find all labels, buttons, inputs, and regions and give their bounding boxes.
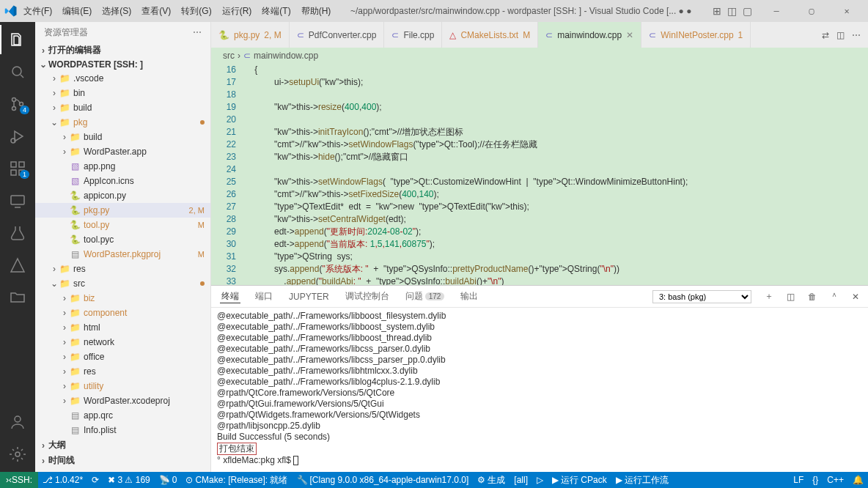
activity-settings[interactable] bbox=[0, 440, 35, 469]
folder-root[interactable]: ⌄WORDPASTER [SSH: ] bbox=[35, 58, 210, 71]
terminal-selector[interactable]: 3: bash (pkg) bbox=[652, 290, 751, 303]
vscode-icon bbox=[4, 4, 18, 18]
window-title: ~/app/wordpaster/src/mainwindow.cpp - wo… bbox=[336, 6, 705, 16]
tree-item[interactable]: ›📁res bbox=[35, 364, 210, 379]
activity-testing[interactable] bbox=[0, 218, 35, 248]
tree-item[interactable]: ›📁.vscode bbox=[35, 71, 210, 86]
tree-item[interactable]: 🐍tool.pyc bbox=[35, 232, 210, 247]
menu-edit[interactable]: 编辑(E) bbox=[58, 0, 96, 22]
activity-scm[interactable]: 4 bbox=[0, 89, 35, 119]
tree-item[interactable]: ›📁html bbox=[35, 320, 210, 335]
menu-view[interactable]: 查看(V) bbox=[137, 0, 175, 22]
menu-file[interactable]: 文件(F) bbox=[19, 0, 56, 22]
panel-tab-ports[interactable]: 端口 bbox=[254, 290, 274, 303]
status-run-workflow[interactable]: ▶ 运行工作流 bbox=[611, 474, 673, 487]
status-target[interactable]: [all] bbox=[510, 475, 532, 485]
panel-tab-terminal[interactable]: 终端 bbox=[220, 290, 240, 303]
activity-search[interactable] bbox=[0, 57, 35, 86]
editor-tab[interactable]: ⊂PdfConverter.cpp bbox=[290, 22, 385, 48]
tree-item[interactable]: ⌄📁pkg bbox=[35, 115, 210, 130]
sidebar-more-icon[interactable]: ⋯ bbox=[193, 27, 202, 37]
status-cmake[interactable]: ⊙ CMake: [Release]: 就绪 bbox=[181, 474, 292, 487]
maximize-panel-icon[interactable]: ＾ bbox=[830, 290, 839, 303]
menu-help[interactable]: 帮助(H) bbox=[297, 0, 336, 22]
tree-item[interactable]: 🐍tool.pyM bbox=[35, 218, 210, 232]
timeline-section[interactable]: ›时间线 bbox=[35, 453, 210, 468]
menu-go[interactable]: 转到(G) bbox=[177, 0, 216, 22]
compare-icon[interactable]: ⇄ bbox=[822, 30, 829, 40]
editor-tabs: 🐍pkg.py2, M⊂PdfConverter.cpp⊂File.cpp△CM… bbox=[211, 22, 868, 48]
activity-remote[interactable] bbox=[0, 186, 35, 215]
tree-item[interactable]: ▤Info.plist bbox=[35, 423, 210, 437]
tree-item[interactable]: 🐍pkg.py2, M bbox=[35, 203, 210, 218]
outline-section[interactable]: ›大纲 bbox=[35, 437, 210, 453]
tree-item[interactable]: ›📁WordPaster.xcodeproj bbox=[35, 393, 210, 408]
activity-account[interactable] bbox=[0, 407, 35, 437]
panel-tab-debug[interactable]: 调试控制台 bbox=[344, 290, 391, 303]
activity-folder[interactable] bbox=[0, 283, 35, 312]
panel-tab-jupyter[interactable]: JUPYTER bbox=[287, 292, 331, 302]
breadcrumbs[interactable]: src › ⊂ mainwindow.cpp bbox=[211, 48, 868, 64]
tree-item[interactable]: ▤app.qrc bbox=[35, 408, 210, 423]
split-terminal-icon[interactable]: ◫ bbox=[787, 292, 795, 302]
tree-item[interactable]: ›📁biz bbox=[35, 291, 210, 306]
customize-layout-icon[interactable]: ▢ bbox=[743, 5, 752, 17]
activity-cmake[interactable] bbox=[0, 251, 35, 280]
tree-item[interactable]: ›📁network bbox=[35, 335, 210, 350]
tree-item[interactable]: ▧AppIcon.icns bbox=[35, 174, 210, 188]
maximize-button[interactable]: ▢ bbox=[795, 6, 828, 16]
terminal-output[interactable]: @executable_path/../Frameworks/libboost_… bbox=[211, 308, 868, 472]
tree-item[interactable]: ›📁utility bbox=[35, 379, 210, 393]
close-panel-icon[interactable]: ✕ bbox=[852, 292, 859, 302]
status-kit[interactable]: 🔧 [Clang 9.0.0 x86_64-apple-darwin17.0.0… bbox=[293, 475, 474, 485]
tree-item[interactable]: ›📁office bbox=[35, 350, 210, 364]
tree-item[interactable]: ›📁WordPaster.app bbox=[35, 144, 210, 159]
tree-item[interactable]: ›📁build bbox=[35, 100, 210, 115]
menu-run[interactable]: 运行(R) bbox=[218, 0, 257, 22]
code-editor[interactable]: 161718192021222324252627282930313233 { u… bbox=[211, 64, 868, 285]
status-bell[interactable]: 🔔 bbox=[848, 475, 868, 485]
panel-tab-output[interactable]: 输出 bbox=[459, 290, 479, 303]
tree-item[interactable]: ⌄📁src bbox=[35, 276, 210, 291]
status-branch[interactable]: ⎇ 1.0.42* bbox=[38, 475, 87, 485]
status-eol[interactable]: LF bbox=[789, 475, 808, 485]
status-build[interactable]: ⚙ 生成 bbox=[473, 474, 510, 487]
status-debug[interactable]: ▷ bbox=[532, 475, 548, 485]
status-enc[interactable]: {} bbox=[808, 475, 823, 485]
activity-extensions[interactable]: 1 bbox=[0, 154, 35, 183]
close-button[interactable]: ✕ bbox=[830, 6, 864, 16]
new-terminal-icon[interactable]: ＋ bbox=[765, 290, 773, 303]
minimize-button[interactable]: — bbox=[760, 6, 793, 16]
tree-item[interactable]: ›📁component bbox=[35, 306, 210, 320]
status-lang[interactable]: C++ bbox=[823, 475, 848, 485]
svg-rect-8 bbox=[19, 162, 24, 167]
editor-tab[interactable]: ⊂WinINetPoster.cpp1 bbox=[641, 22, 751, 48]
open-editors-section[interactable]: ›打开的编辑器 bbox=[35, 42, 210, 58]
status-remote[interactable]: ›‹ SSH: bbox=[0, 472, 38, 488]
tree-item[interactable]: ›📁bin bbox=[35, 86, 210, 100]
activity-debug[interactable] bbox=[0, 122, 35, 151]
svg-point-0 bbox=[12, 67, 21, 75]
editor-tab[interactable]: ⊂File.cpp bbox=[384, 22, 442, 48]
tree-item[interactable]: ▧app.png bbox=[35, 159, 210, 174]
tree-item[interactable]: 🐍appicon.py bbox=[35, 188, 210, 203]
tree-item[interactable]: ›📁build bbox=[35, 130, 210, 144]
status-problems[interactable]: ✖ 3 ⚠ 169 bbox=[103, 475, 155, 485]
tree-item[interactable]: ▤WordPaster.pkgprojM bbox=[35, 247, 210, 262]
status-ports[interactable]: 📡 0 bbox=[155, 475, 182, 485]
status-sync[interactable]: ⟳ bbox=[87, 475, 103, 485]
status-run-cpack[interactable]: ▶ 运行 CPack bbox=[548, 474, 611, 487]
menu-select[interactable]: 选择(S) bbox=[98, 0, 136, 22]
split-editor-icon[interactable]: ◫ bbox=[836, 30, 845, 40]
tree-item[interactable]: ›📁res bbox=[35, 262, 210, 276]
toggle-sidebar-icon[interactable]: ◫ bbox=[727, 5, 737, 17]
activity-explorer[interactable] bbox=[0, 25, 35, 54]
editor-tab[interactable]: △CMakeLists.txtM bbox=[442, 22, 538, 48]
more-actions-icon[interactable]: ⋯ bbox=[852, 30, 861, 40]
kill-terminal-icon[interactable]: 🗑 bbox=[808, 292, 817, 302]
editor-tab[interactable]: ⊂mainwindow.cpp✕ bbox=[538, 22, 641, 48]
toggle-panel-icon[interactable]: ⊞ bbox=[713, 5, 721, 17]
menu-terminal[interactable]: 终端(T) bbox=[257, 0, 295, 22]
panel-tab-problems[interactable]: 问题172 bbox=[404, 290, 446, 303]
editor-tab[interactable]: 🐍pkg.py2, M bbox=[211, 22, 290, 48]
